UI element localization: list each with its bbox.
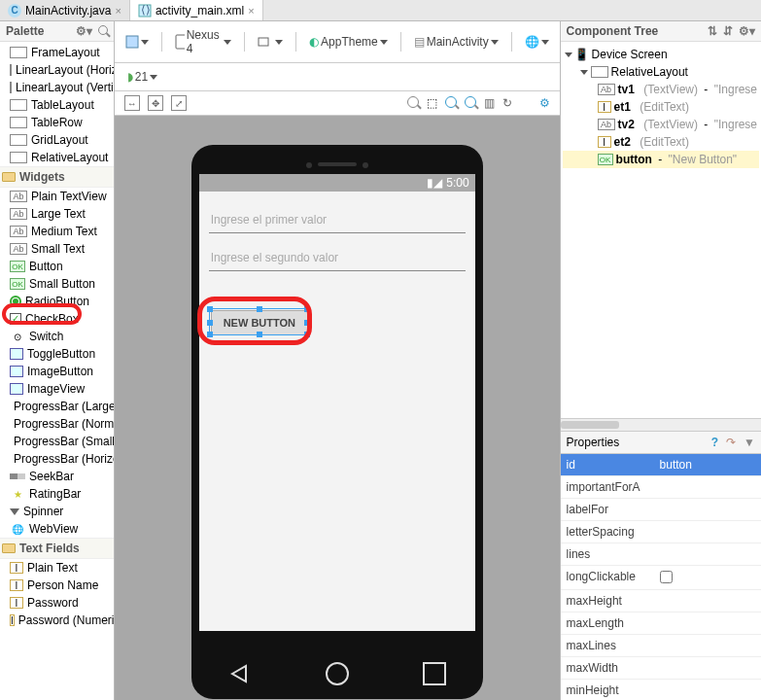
device-picker[interactable]: Nexus 4 (170, 25, 237, 58)
palette-item[interactable]: ProgressBar (Normal) (0, 415, 114, 433)
close-icon[interactable]: × (248, 5, 254, 17)
palette-item[interactable]: AbMedium Text (0, 223, 114, 240)
search-icon[interactable] (98, 24, 108, 38)
component-tree-title: Component Tree (567, 24, 659, 38)
zoom-fit-button[interactable] (465, 96, 476, 111)
property-row[interactable]: longClickable (561, 566, 761, 590)
pan-mode-button[interactable]: ✥ (148, 95, 163, 111)
layout-icon (10, 152, 27, 163)
palette-item[interactable]: ⊙Switch (0, 328, 114, 345)
tree-row[interactable]: Abtv2 (TextView) - "Ingrese (563, 116, 759, 133)
design-canvas[interactable]: ▮◢ 5:00 Ingrese el primer valor Ingrese … (115, 116, 560, 700)
orientation-button[interactable] (253, 32, 288, 52)
property-row[interactable]: lines (561, 543, 761, 566)
tree-row[interactable]: 📱Device Screen (563, 46, 759, 63)
palette-tree[interactable]: FrameLayout LinearLayout (Horizontal) Li… (0, 42, 114, 700)
palette-item[interactable]: ToggleButton (0, 345, 114, 363)
activity-picker[interactable]: ▤MainActivity (409, 32, 503, 52)
palette-item[interactable]: RadioButton (0, 293, 114, 310)
property-row[interactable]: minHeight (561, 680, 761, 700)
palette-item[interactable]: AbSmall Text (0, 240, 114, 258)
property-row[interactable]: labelFor (561, 499, 761, 521)
gear-icon[interactable]: ⚙▾ (739, 24, 755, 38)
palette-item[interactable]: IPerson Name (0, 577, 114, 594)
undo-icon[interactable]: ↶ (726, 436, 736, 449)
palette-item-button[interactable]: OKButton (0, 258, 114, 275)
close-icon[interactable]: × (115, 5, 121, 17)
property-row[interactable]: importantForA (561, 476, 761, 499)
palette-item[interactable]: ImageButton (0, 363, 114, 380)
settings-button[interactable]: ⚙ (539, 96, 550, 110)
palette-item[interactable]: FrameLayout (0, 44, 114, 61)
properties-table[interactable]: id button importantForA labelFor letterS… (561, 454, 761, 700)
palette-item[interactable]: AbLarge Text (0, 205, 114, 223)
palette-item[interactable]: LinearLayout (Horizontal) (0, 61, 114, 79)
palette-item[interactable]: CheckBox (0, 310, 114, 328)
palette-item[interactable]: TableLayout (0, 96, 114, 114)
component-tree[interactable]: 📱Device Screen RelativeLayout Abtv1 (Tex… (561, 42, 761, 172)
tv1-preview[interactable]: Ingrese el primer valor (209, 207, 466, 232)
palette-item[interactable]: AbPlain TextView (0, 188, 114, 205)
properties-header: Properties ? ↶ ▼ (561, 432, 761, 454)
locale-button[interactable]: 🌐 (520, 32, 554, 52)
palette-item[interactable]: GridLayout (0, 131, 114, 149)
property-row[interactable]: letterSpacing (561, 521, 761, 543)
palette-item[interactable]: RelativeLayout (0, 149, 114, 166)
horizontal-scrollbar[interactable] (561, 418, 761, 432)
layout-preview[interactable]: Ingrese el primer valor Ingrese el segun… (199, 192, 475, 631)
palette-item[interactable]: ProgressBar (Large) (0, 398, 114, 415)
filter-icon[interactable]: ▼ (744, 436, 755, 449)
property-row-id[interactable]: id button (561, 454, 761, 476)
layers-button[interactable]: ▥ (484, 96, 495, 110)
tree-row-selected[interactable]: OKbutton - "New Button" (563, 151, 759, 168)
palette-item[interactable]: OKSmall Button (0, 275, 114, 293)
property-row[interactable]: maxLength (561, 612, 761, 635)
tree-row[interactable]: RelativeLayout (563, 63, 759, 81)
palette-item[interactable]: LinearLayout (Vertical) (0, 79, 114, 96)
zoom-reset-button[interactable]: ⬚ (427, 96, 437, 110)
palette-item[interactable]: ImageView (0, 380, 114, 398)
textview-icon: Ab (598, 119, 615, 130)
palette-item[interactable]: SeekBar (0, 468, 114, 485)
et1-preview[interactable] (209, 232, 466, 233)
collapse-icon[interactable]: ⇵ (723, 24, 733, 38)
property-value[interactable]: button (654, 454, 761, 475)
palette-item[interactable]: ProgressBar (Horizontal) (0, 450, 114, 468)
property-row[interactable]: maxLines (561, 635, 761, 657)
file-tabs: C MainActivity.java × ⟨⟩ activity_main.x… (0, 0, 761, 21)
edittext-icon: I (10, 579, 23, 591)
zoom-in-button[interactable] (445, 96, 457, 111)
palette-item[interactable]: IPassword (0, 594, 114, 612)
et2-preview[interactable] (209, 270, 466, 271)
theme-picker[interactable]: ◐AppTheme (304, 32, 393, 52)
help-icon[interactable]: ? (711, 436, 718, 449)
palette-item[interactable]: IPlain Text (0, 559, 114, 577)
palette-group-textfields[interactable]: Text Fields (0, 538, 114, 559)
palette-item[interactable]: IPassword (Numeric) (0, 612, 114, 629)
palette-header: Palette ⚙▾ (0, 21, 114, 42)
design-surface-button[interactable] (121, 32, 154, 52)
palette-item[interactable]: ★RatingBar (0, 485, 114, 503)
tv2-preview[interactable]: Ingrese el segundo valor (209, 245, 466, 270)
property-row[interactable]: maxWidth (561, 657, 761, 680)
palette-item[interactable]: ProgressBar (Small) (0, 433, 114, 450)
android-api-picker[interactable]: ◗21 (122, 67, 162, 87)
expand-icon[interactable]: ⇅ (708, 24, 717, 38)
tab-activity-xml[interactable]: ⟨⟩ activity_main.xml × (130, 0, 263, 20)
palette-item[interactable]: TableRow (0, 114, 114, 131)
palette-group-widgets[interactable]: Widgets (0, 166, 114, 188)
expand-button[interactable]: ⤢ (171, 95, 187, 111)
zoom-out-button[interactable] (407, 96, 419, 111)
tab-main-activity[interactable]: C MainActivity.java × (0, 0, 130, 20)
tree-row[interactable]: Iet1 (EditText) (563, 98, 759, 116)
longclickable-checkbox[interactable] (660, 571, 673, 583)
tree-row[interactable]: Iet2 (EditText) (563, 133, 759, 151)
palette-item[interactable]: Spinner (0, 503, 114, 520)
gear-icon[interactable]: ⚙▾ (76, 24, 92, 38)
property-row[interactable]: maxHeight (561, 590, 761, 612)
palette-item[interactable]: 🌐WebView (0, 520, 114, 538)
selection-mode-button[interactable]: ↔ (124, 95, 140, 111)
radio-icon (10, 296, 21, 307)
refresh-button[interactable]: ↻ (502, 96, 512, 110)
tree-row[interactable]: Abtv1 (TextView) - "Ingrese (563, 81, 759, 98)
